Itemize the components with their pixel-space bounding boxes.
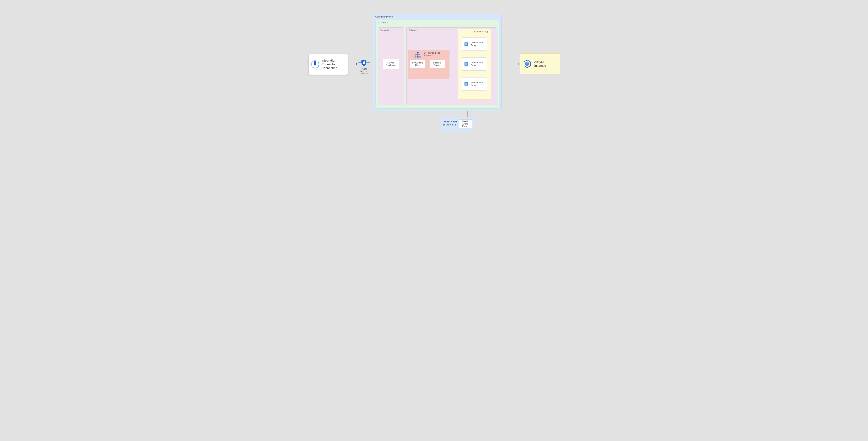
health-check-prober-label: Health Check Prober	[459, 120, 471, 128]
svg-rect-42	[465, 63, 467, 65]
svg-rect-8	[314, 62, 316, 65]
private-service-connect: Private Service Connect	[358, 59, 370, 75]
service-attachment-box: Service Attachment	[383, 59, 399, 69]
health-check-cidrs: 130.211.0.0/22 35.191.0.0/16	[443, 121, 457, 127]
backend-service-box: Backend Service	[430, 60, 445, 68]
alloydb-instance-card: AlloyDB Instance	[520, 54, 560, 74]
svg-rect-21	[419, 56, 421, 58]
plug-icon	[311, 60, 319, 69]
forwarding-rule-box: Forwarding Rule	[410, 60, 425, 68]
region-label: us-central1	[378, 21, 389, 24]
health-check-box: 130.211.0.0/22 35.191.0.0/16 Health Chec…	[441, 117, 474, 131]
instance-group-label: Instance Group	[473, 30, 489, 33]
load-balancer-title: L4 Internal Load Balancer	[424, 52, 446, 57]
proxy-2-label: AlloyDB Auth Proxy	[471, 61, 485, 67]
diagram-canvas: Integration Connector Connection Private…	[300, 0, 568, 132]
proxy-card-1: AlloyDB Auth Proxy	[461, 37, 487, 50]
proxy-1-label: AlloyDB Auth Proxy	[471, 41, 485, 47]
svg-rect-18	[416, 52, 418, 54]
svg-point-17	[364, 62, 364, 63]
chip-icon	[463, 81, 469, 87]
alloydb-title: AlloyDB Instance	[534, 60, 558, 68]
proxy-3-label: AlloyDB Auth Proxy	[471, 81, 485, 87]
proxy-card-3: AlloyDB Auth Proxy	[461, 77, 487, 91]
subnet-1-label: Subnet-1	[380, 29, 390, 32]
svg-rect-9	[314, 61, 315, 63]
shield-icon	[358, 59, 370, 66]
load-balancer-icon	[414, 51, 422, 59]
chip-icon	[463, 61, 469, 67]
svg-rect-20	[417, 56, 418, 58]
subnet-2-label: Subnet-2	[409, 29, 418, 32]
svg-rect-10	[315, 61, 316, 63]
forwarding-rule-label: Forwarding Rule	[410, 62, 425, 66]
chip-icon	[463, 41, 469, 47]
integration-connector-card: Integration Connector Connection	[309, 54, 348, 75]
svg-rect-19	[414, 56, 416, 58]
backend-service-label: Backend Service	[430, 62, 445, 66]
psc-label: Private Service Connect	[358, 68, 370, 75]
svg-rect-11	[315, 65, 315, 67]
proxy-card-2: AlloyDB Auth Proxy	[461, 58, 487, 71]
health-check-prober: Health Check Prober	[459, 120, 472, 128]
integration-connector-title: Integration Connector Connection	[321, 59, 346, 70]
svg-rect-28	[465, 43, 467, 45]
service-attachment-label: Service Attachment	[384, 62, 398, 66]
consumer-project-label: Consumer Project	[375, 15, 393, 18]
svg-rect-56	[465, 83, 467, 85]
hexagon-db-icon	[523, 59, 532, 68]
